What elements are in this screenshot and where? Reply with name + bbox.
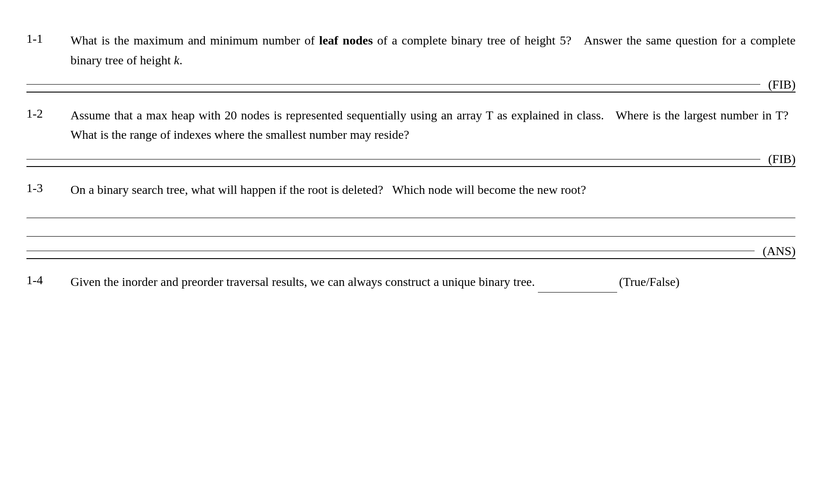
q4-blank[interactable] (538, 272, 617, 293)
q4-number: 1-4 (26, 272, 70, 293)
q2-divider-row: (FIB) (26, 152, 796, 166)
question-1-4: 1-4 Given the inorder and preorder trave… (26, 259, 796, 293)
q3-number: 1-3 (26, 180, 70, 200)
q2-number: 1-2 (26, 106, 70, 145)
question-1-2: 1-2 Assume that a max heap with 20 nodes… (26, 93, 796, 145)
q3-answer-line-1 (26, 218, 796, 219)
q2-fib-label: (FIB) (765, 152, 796, 166)
q3-answer-line-2 (26, 236, 796, 237)
q1-number: 1-1 (26, 31, 70, 70)
q1-fib-label: (FIB) (765, 78, 796, 92)
q1-divider-row: (FIB) (26, 78, 796, 92)
q3-text: On a binary search tree, what will happe… (70, 180, 796, 200)
q3-ans-line (26, 251, 755, 251)
question-1-3: 1-3 On a binary search tree, what will h… (26, 167, 796, 200)
q3-ans-row: (ANS) (26, 244, 796, 258)
q3-ans-label: (ANS) (759, 244, 796, 258)
question-1-1: 1-1 What is the maximum and minimum numb… (26, 18, 796, 70)
q2-text: Assume that a max heap with 20 nodes is … (70, 106, 796, 145)
q3-answer-lines (26, 218, 796, 237)
q4-text: Given the inorder and preorder traversal… (70, 272, 796, 293)
q2-divider-line (26, 159, 760, 159)
q1-text: What is the maximum and minimum number o… (70, 31, 796, 70)
q1-divider-line (26, 84, 760, 85)
